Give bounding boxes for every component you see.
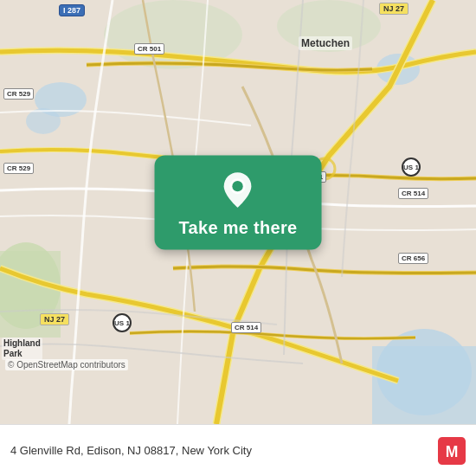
road-label-cr529-lower: CR 529 (3, 163, 34, 174)
road-label-us1-upper: US 1 (402, 158, 421, 177)
road-label-us1-bottom: US 1 (113, 313, 132, 332)
road-label-cr529-upper: CR 529 (3, 88, 34, 100)
map-container: I 287 NJ 27 CR 501 CR 529 CR 529 Metuche… (0, 0, 476, 424)
road-label-nj27-top: NJ 27 (379, 3, 408, 15)
svg-text:M: M (446, 443, 459, 460)
city-label-metuchen: Metuchen (299, 36, 352, 50)
city-label-highland-park: HighlandPark (2, 338, 42, 360)
road-label-cr514-bottom: CR 514 (231, 322, 261, 333)
green-card[interactable]: Take me there (155, 156, 322, 250)
road-label-cr514-upper: CR 514 (398, 188, 428, 199)
svg-point-12 (233, 181, 243, 191)
road-label-cr501: CR 501 (134, 43, 164, 55)
moovit-logo: M (438, 437, 466, 465)
map-attribution: © OpenStreetMap contributors (5, 359, 128, 370)
moovit-brand-icon: M (438, 437, 466, 465)
road-label-i287: I 287 (59, 4, 85, 16)
take-me-there-button[interactable]: Take me there (179, 218, 298, 238)
bottom-bar: 4 Glenville Rd, Edison, NJ 08817, New Yo… (0, 424, 476, 476)
address-text: 4 Glenville Rd, Edison, NJ 08817, New Yo… (10, 444, 438, 457)
road-label-cr656: CR 656 (398, 253, 428, 264)
svg-rect-5 (372, 346, 476, 424)
road-label-nj27-bottom: NJ 27 (40, 313, 69, 325)
take-me-there-overlay: Take me there (155, 156, 322, 250)
location-pin-icon (219, 171, 257, 209)
svg-point-2 (26, 108, 61, 134)
